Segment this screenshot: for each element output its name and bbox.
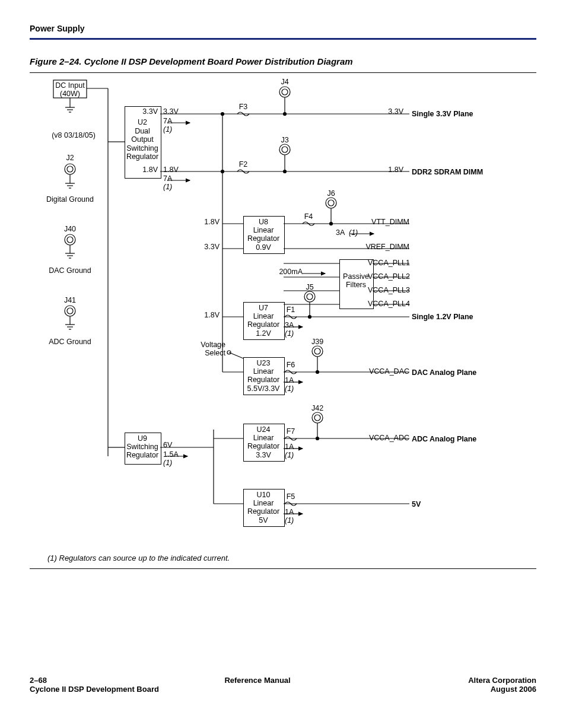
- svg-point-5: [65, 164, 75, 174]
- u24-note: (1): [285, 451, 294, 459]
- svg-point-18: [67, 308, 73, 314]
- u23-name: U23: [244, 359, 282, 367]
- single-12v-plane: Single 1.2V Plane: [412, 313, 473, 321]
- u7-note: (1): [285, 329, 294, 338]
- u9-6v: 6V: [163, 441, 172, 449]
- vtt-3a-note: (1): [349, 228, 358, 237]
- f6-label: F6: [284, 361, 298, 369]
- 5v-output: 5V: [412, 500, 421, 508]
- rail-18v-end: 1.8V: [368, 166, 403, 174]
- u9-note: (1): [163, 459, 172, 467]
- svg-point-48: [328, 200, 334, 206]
- vcca-pll2: VCCA_PLL2: [368, 272, 409, 281]
- svg-point-17: [65, 306, 75, 316]
- figure-top-rule: [30, 72, 536, 73]
- u2-name: U2: [126, 118, 159, 126]
- f2-label: F2: [236, 160, 250, 169]
- u7-3a: 3A: [285, 321, 294, 329]
- svg-point-65: [309, 316, 311, 319]
- u7-desc: Linear Regulator 1.2V: [244, 312, 282, 338]
- adc-analog-plane: ADC Analog Plane: [412, 435, 476, 443]
- svg-point-31: [284, 113, 287, 116]
- u23-desc: Linear Regulator 5.5V/3.3V: [241, 367, 286, 393]
- j39-label: J39: [311, 338, 323, 346]
- u24-desc: Linear Regulator 3.3V: [244, 434, 282, 459]
- j5-label: J5: [304, 283, 316, 291]
- dac-ground-label: DAC Ground: [43, 266, 97, 275]
- svg-point-11: [65, 234, 75, 245]
- j41-label: J41: [59, 296, 81, 304]
- power-diagram: DC Input (40W) (v8 03/18/05) J2 Digital …: [47, 77, 498, 545]
- u2-desc: Dual Output Switching Regulator: [123, 127, 161, 161]
- amp7a-1: 7A: [163, 117, 172, 125]
- figure-caption: Figure 2–24. Cyclone II DSP Development …: [30, 56, 536, 66]
- footer-left2: Cyclone II DSP Development Board: [30, 685, 159, 694]
- f5-label: F5: [284, 492, 298, 501]
- dc-input-label: DC Input (40W): [55, 81, 85, 98]
- footer-right1: Altera Corporation: [468, 676, 536, 685]
- vref-dimm: VREF_DIMM: [362, 243, 409, 251]
- page-footer: 2–68 Reference Manual Altera Corporation…: [30, 676, 536, 694]
- u2-18v-left: 1.8V: [126, 166, 158, 174]
- svg-line-68: [229, 352, 243, 358]
- u8-200ma: 200mA: [273, 268, 303, 276]
- passive-filters-label: Passive Filters: [341, 272, 371, 290]
- tap-18v-u8: 1.8V: [196, 218, 220, 226]
- u9-desc: Switching Regulator: [123, 443, 161, 460]
- vcca-pll3: VCCA_PLL3: [368, 286, 409, 294]
- footer-right2: August 2006: [491, 685, 536, 694]
- svg-point-6: [67, 166, 73, 172]
- svg-point-40: [221, 170, 224, 173]
- vcca-adc: VCCA_ADC: [362, 434, 409, 442]
- u9-name: U9: [126, 434, 159, 443]
- svg-point-63: [304, 291, 315, 302]
- j6-label: J6: [325, 189, 337, 198]
- svg-point-49: [330, 222, 333, 225]
- svg-point-30: [282, 89, 288, 95]
- u23-note: (1): [285, 384, 294, 393]
- ddr2-dimm: DDR2 SDRAM DIMM: [412, 168, 483, 176]
- svg-point-36: [282, 147, 288, 152]
- tap-33v-u8: 3.3V: [196, 243, 220, 251]
- f1-label: F1: [284, 306, 298, 314]
- j40-label: J40: [59, 225, 81, 233]
- svg-point-73: [316, 371, 319, 374]
- u24-name: U24: [244, 425, 282, 434]
- vtt-3a: 3A: [336, 228, 345, 237]
- svg-point-84: [314, 415, 320, 421]
- f4-label: F4: [301, 212, 316, 221]
- adc-ground-label: ADC Ground: [43, 338, 97, 346]
- u2-33v-right: 3.3V: [163, 107, 179, 116]
- u8-name: U8: [244, 218, 282, 226]
- svg-point-12: [67, 237, 73, 243]
- j4-label: J4: [279, 78, 291, 86]
- svg-point-39: [221, 113, 224, 116]
- svg-point-35: [279, 144, 290, 155]
- j2-label: J2: [59, 154, 81, 162]
- u24-1a: 1A: [285, 443, 294, 451]
- u10-note: (1): [285, 516, 294, 524]
- j3-label: J3: [279, 136, 291, 144]
- u23-1a: 1A: [285, 376, 294, 384]
- u2-18v-right: 1.8V: [163, 166, 179, 174]
- single-33v-plane: Single 3.3V Plane: [412, 110, 473, 118]
- vcca-pll4: VCCA_PLL4: [368, 300, 409, 308]
- j42-label: J42: [311, 404, 323, 412]
- footer-page: 2–68: [30, 676, 47, 685]
- svg-point-83: [312, 412, 323, 423]
- vcca-dac: VCCA_DAC: [362, 367, 409, 376]
- svg-point-47: [326, 198, 336, 208]
- footer-center: Reference Manual: [224, 676, 290, 685]
- note-7a1: (1): [163, 125, 172, 133]
- u2-33v-left: 3.3V: [126, 107, 158, 116]
- digital-ground-label: Digital Ground: [43, 195, 97, 204]
- figure-bottom-rule: [30, 568, 536, 569]
- svg-point-37: [284, 170, 287, 173]
- svg-point-85: [316, 437, 319, 440]
- f3-label: F3: [236, 103, 250, 111]
- footnote: (1) Regulators can source up to the indi…: [47, 554, 536, 562]
- f7-label: F7: [284, 427, 298, 435]
- amp7a-2: 7A: [163, 174, 172, 183]
- note-7a2: (1): [163, 183, 172, 191]
- vcca-pll1: VCCA_PLL1: [368, 259, 409, 267]
